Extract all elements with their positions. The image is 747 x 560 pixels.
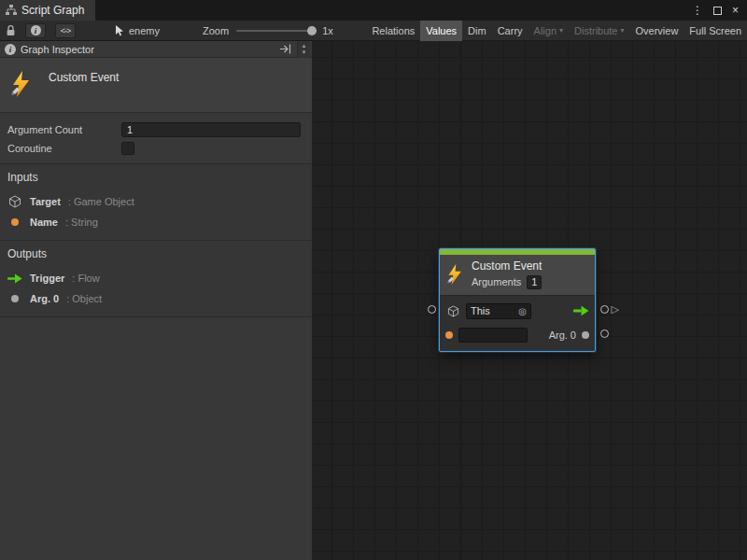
port-name: Name [30,217,58,228]
external-port-right-arg0[interactable] [600,329,609,338]
custom-event-node[interactable]: Custom Event Arguments 1 This ◎ [439,248,596,352]
maximize-icon[interactable] [713,7,722,15]
arguments-count-field[interactable]: 1 [527,275,542,289]
zoom-slider[interactable] [236,25,317,36]
port-type: : Object [66,293,102,304]
argument-count-row: Argument Count 1 [7,120,301,139]
zoom-slider-handle[interactable] [307,26,317,35]
inputs-section: Inputs Target : Game Object Name : Strin… [0,164,312,241]
connection-triangle-icon: ▷ [612,304,619,315]
coroutine-checkbox[interactable] [121,142,134,155]
custom-event-icon [9,71,34,97]
toolbar-buttons: Relations Values Dim Carry Align ▾ Distr… [366,21,747,41]
align-label: Align [534,25,557,36]
zoom-slider-track [236,30,317,32]
port-type: : String [65,217,98,228]
arg0-label: Arg. 0 [549,329,576,341]
window-titlebar: Script Graph ⋮ × [0,0,747,21]
node-title: Custom Event [472,259,542,273]
object-picker-icon[interactable]: ◎ [518,306,527,316]
carry-button[interactable]: Carry [492,21,529,41]
port-row-trigger: Trigger : Flow [7,268,304,288]
chevron-down-icon: ▾ [621,26,625,35]
zoom-value: 1x [322,25,333,36]
distribute-button[interactable]: Distribute ▾ [569,21,629,41]
gameobject-cube-icon [7,195,22,208]
graph-inspector-panel: i Graph Inspector ▲ ▼ Custom Event Argum… [0,41,313,560]
node-row-arg0: Arg. 0 [445,326,589,344]
arg0-input[interactable] [458,328,528,343]
port-row-arg0: Arg. 0 : Object [7,288,304,309]
window-controls: ⋮ × [692,5,747,16]
graph-canvas[interactable]: Custom Event Arguments 1 This ◎ [313,41,747,560]
overview-button[interactable]: Overview [630,21,684,41]
inputs-heading: Inputs [7,171,304,184]
inspector-node-title: Custom Event [49,71,119,84]
scroll-up-icon[interactable]: ▲ [302,43,307,49]
info-icon: i [5,44,16,55]
node-body: This ◎ Arg. 0 [440,295,595,351]
gameobject-cube-icon [445,305,460,317]
inspector-node-head: Custom Event [0,58,312,113]
info-icon: i [31,25,41,35]
outputs-heading: Outputs [7,247,304,260]
target-dropdown[interactable]: This ◎ [466,303,531,319]
flow-arrow-icon [7,273,22,284]
port-name: Arg. 0 [30,293,59,304]
coroutine-label: Coroutine [7,143,121,154]
cursor-icon [115,25,124,36]
inspector-header: i Graph Inspector ▲ ▼ [0,41,312,58]
external-port-right-trigger[interactable] [600,305,609,314]
coroutine-row: Coroutine [7,139,301,158]
distribute-label: Distribute [574,25,617,36]
script-graph-icon [6,5,17,16]
chevron-down-icon: ▾ [559,26,563,35]
argument-count-input[interactable]: 1 [121,122,301,137]
close-icon[interactable]: × [732,5,739,16]
object-port-icon [7,295,22,302]
node-header[interactable]: Custom Event Arguments 1 [440,255,595,295]
fullscreen-button[interactable]: Full Screen [684,21,747,41]
graph-reference[interactable]: enemy [115,25,160,36]
port-type: : Flow [72,273,99,284]
align-button[interactable]: Align ▾ [529,21,569,41]
port-type: : Game Object [68,196,134,207]
dim-button[interactable]: Dim [462,21,492,41]
code-view-button[interactable]: <-> [55,23,76,38]
custom-event-icon [446,264,464,285]
tab-script-graph[interactable]: Script Graph [0,0,95,21]
arguments-label: Arguments [472,276,521,287]
graph-name-label: enemy [129,25,160,36]
outputs-section: Outputs Trigger : Flow Arg. 0 : Object [0,241,312,317]
trigger-out-port[interactable] [573,305,589,316]
lock-icon[interactable] [6,24,16,36]
values-button[interactable]: Values [420,21,462,41]
menu-icon[interactable]: ⋮ [692,5,703,16]
node-row-target: This ◎ [445,301,589,320]
zoom-label: Zoom [203,25,229,36]
inspector-title: Graph Inspector [21,44,94,55]
port-row-name: Name : String [7,212,304,232]
scroll-down-icon[interactable]: ▼ [302,49,307,56]
port-name: Target [30,196,61,207]
graph-toolbar: i <-> enemy Zoom 1x Relations Values Dim… [0,21,747,41]
string-port-icon [7,218,22,226]
code-icon: <-> [61,26,71,35]
port-name: Trigger [30,273,64,284]
external-port-left[interactable] [428,305,436,314]
arg0-out-port[interactable] [582,331,589,339]
inspector-toggle-button[interactable]: i [25,23,46,38]
scroll-stepper[interactable]: ▲ ▼ [297,41,310,58]
relations-button[interactable]: Relations [366,21,420,41]
tab-label: Script Graph [21,4,84,17]
dock-icon[interactable] [279,44,291,54]
inspector-fields: Argument Count 1 Coroutine [0,113,312,164]
target-value: This [471,305,490,316]
port-row-target: Target : Game Object [7,191,304,212]
name-in-port[interactable] [445,331,453,339]
argument-count-label: Argument Count [7,124,121,135]
